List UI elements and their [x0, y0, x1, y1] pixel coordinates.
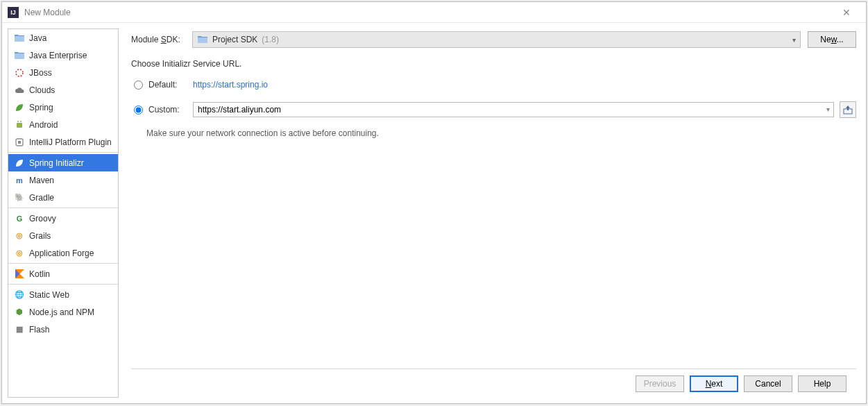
sdk-value: Project SDK: [212, 35, 257, 44]
sidebar-item-app-forge[interactable]: ◎Application Forge: [8, 244, 118, 262]
default-radio[interactable]: [134, 81, 143, 90]
custom-url-field-wrap: ▾: [193, 102, 834, 117]
sidebar-item-gradle[interactable]: 🐘Gradle: [8, 189, 118, 206]
default-url-option[interactable]: Default: https://start.spring.io: [134, 76, 856, 94]
sidebar-item-label: Maven: [29, 176, 54, 185]
default-url-link[interactable]: https://start.spring.io: [193, 80, 268, 90]
sidebar-item-label: Spring Initializr: [29, 158, 84, 168]
grails-icon: ◎: [14, 230, 25, 242]
sidebar-item-label: Java Enterprise: [29, 51, 87, 60]
forge-icon: ◎: [14, 248, 25, 259]
sidebar-item-label: Static Web: [29, 290, 69, 300]
sidebar-separator: [8, 263, 118, 264]
folder-icon: [14, 33, 25, 44]
sidebar-item-android[interactable]: Android: [8, 116, 118, 133]
svg-point-0: [16, 69, 23, 76]
initializr-heading: Choose Initializr Service URL.: [131, 59, 856, 69]
sidebar-item-label: Flash: [29, 325, 49, 335]
sidebar-item-label: Android: [29, 120, 58, 130]
sidebar-item-java[interactable]: Java: [8, 29, 118, 46]
main-panel: Module SDK: Project SDK (1.8) ▾ New... C…: [119, 23, 866, 403]
previous-button: Previous: [636, 375, 684, 392]
custom-label: Custom:: [148, 105, 187, 115]
maven-icon: m: [14, 175, 25, 186]
sdk-row: Module SDK: Project SDK (1.8) ▾ New...: [131, 31, 856, 48]
leaf-icon: [14, 158, 25, 169]
sidebar-item-static-web[interactable]: 🌐Static Web: [8, 286, 118, 303]
globe-icon: 🌐: [14, 289, 25, 301]
sidebar-separator: [8, 208, 118, 208]
sidebar-item-jboss[interactable]: JBoss: [8, 64, 118, 81]
sidebar-item-label: Node.js and NPM: [29, 307, 94, 317]
sidebar-item-groovy[interactable]: GGroovy: [8, 210, 118, 227]
dialog-body: JavaJava EnterpriseJBossCloudsSpringAndr…: [2, 23, 866, 403]
sidebar-item-label: Spring: [29, 103, 53, 112]
sidebar-item-java-enterprise[interactable]: Java Enterprise: [8, 46, 118, 64]
sidebar-item-label: Application Forge: [29, 248, 94, 258]
sidebar-item-intellij-plugin[interactable]: IntelliJ Platform Plugin: [8, 133, 118, 151]
sidebar-item-kotlin[interactable]: Kotlin: [8, 265, 118, 282]
custom-url-input[interactable]: [193, 102, 834, 117]
sidebar-item-spring[interactable]: Spring: [8, 99, 118, 116]
dialog-footer: Previous Next Cancel Help: [131, 369, 856, 398]
android-icon: [14, 119, 25, 130]
sidebar-item-spring-initializr[interactable]: Spring Initializr: [8, 154, 118, 171]
sidebar-item-label: IntelliJ Platform Plugin: [29, 137, 112, 147]
sidebar-item-label: Java: [29, 33, 46, 43]
default-label: Default:: [148, 80, 187, 90]
plugin-icon: [14, 137, 25, 148]
next-button[interactable]: Next: [690, 375, 738, 392]
folder-icon: [197, 34, 208, 45]
new-sdk-button[interactable]: New...: [808, 31, 856, 48]
module-type-sidebar: JavaJava EnterpriseJBossCloudsSpringAndr…: [8, 28, 119, 398]
custom-url-option[interactable]: Custom: ▾: [134, 101, 856, 119]
sidebar-item-maven[interactable]: mMaven: [8, 171, 118, 189]
cancel-button[interactable]: Cancel: [744, 375, 792, 392]
node-icon: ⬢: [14, 307, 25, 318]
svg-rect-1: [17, 123, 22, 128]
new-module-dialog: IJ New Module ✕ JavaJava EnterpriseJBoss…: [1, 1, 867, 404]
cloud-icon: [14, 85, 25, 96]
chevron-down-icon: ▾: [792, 36, 796, 44]
sidebar-item-clouds[interactable]: Clouds: [8, 81, 118, 99]
titlebar: IJ New Module ✕: [2, 2, 866, 23]
network-note: Make sure your network connection is act…: [146, 128, 856, 138]
flash-icon: ▦: [14, 324, 25, 335]
sdk-combobox[interactable]: Project SDK (1.8) ▾: [192, 31, 801, 48]
sidebar-item-node[interactable]: ⬢Node.js and NPM: [8, 303, 118, 321]
custom-radio[interactable]: [134, 105, 143, 115]
window-title: New Module: [24, 8, 833, 17]
sidebar-separator: [8, 152, 118, 153]
sidebar-item-label: Grails: [29, 231, 51, 241]
sidebar-item-flash[interactable]: ▦Flash: [8, 321, 118, 338]
svg-point-2: [17, 121, 19, 122]
svg-point-3: [20, 121, 22, 122]
app-icon: IJ: [8, 7, 19, 18]
kotlin-icon: [14, 269, 25, 280]
sidebar-item-label: Clouds: [29, 85, 55, 95]
configure-service-button[interactable]: [840, 101, 856, 118]
close-icon[interactable]: ✕: [833, 3, 860, 22]
leaf-icon: [14, 102, 25, 113]
jboss-icon: [14, 67, 25, 78]
folder-ee-icon: [14, 50, 25, 61]
sidebar-item-grails[interactable]: ◎Grails: [8, 227, 118, 244]
help-button[interactable]: Help: [798, 375, 846, 392]
sidebar-item-label: Kotlin: [29, 269, 50, 279]
sdk-version: (1.8): [262, 35, 279, 44]
groovy-icon: G: [14, 213, 25, 224]
sdk-label: Module SDK:: [131, 35, 185, 44]
svg-rect-5: [18, 141, 21, 144]
sidebar-separator: [8, 284, 118, 285]
sidebar-item-label: Groovy: [29, 214, 56, 223]
gradle-icon: 🐘: [14, 192, 25, 203]
sidebar-item-label: Gradle: [29, 193, 54, 203]
sidebar-item-label: JBoss: [29, 68, 52, 78]
